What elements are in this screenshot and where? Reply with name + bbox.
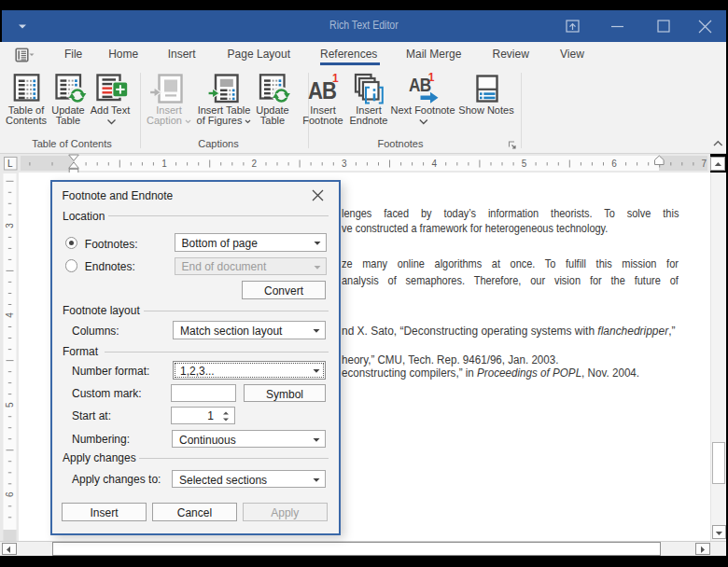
svg-text:1: 1 bbox=[161, 159, 167, 169]
svg-text:3: 3 bbox=[342, 159, 347, 169]
svg-text:3: 3 bbox=[5, 223, 15, 228]
svg-text:6: 6 bbox=[5, 491, 15, 497]
svg-text:7: 7 bbox=[702, 159, 707, 169]
svg-text:5: 5 bbox=[5, 402, 15, 408]
svg-text:5: 5 bbox=[522, 159, 527, 169]
svg-text:6: 6 bbox=[611, 159, 617, 169]
svg-text:4: 4 bbox=[431, 159, 437, 169]
svg-text:L: L bbox=[7, 159, 13, 169]
svg-text:2: 2 bbox=[252, 159, 258, 169]
svg-text:4: 4 bbox=[5, 312, 15, 318]
